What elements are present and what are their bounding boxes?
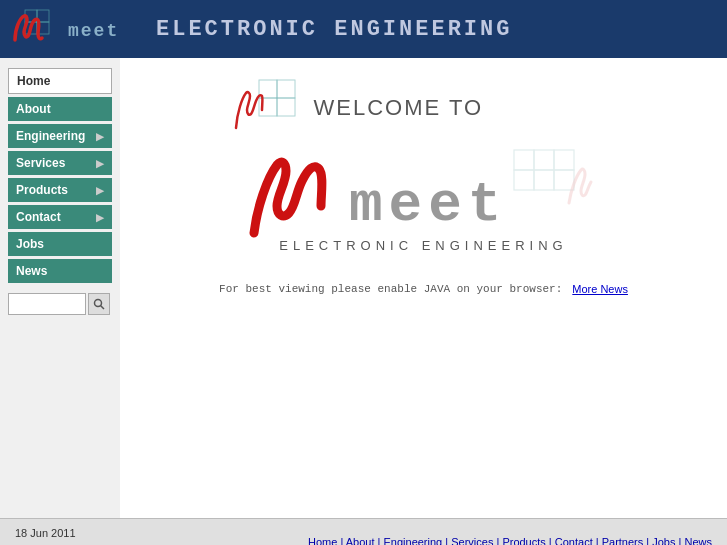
footer-link-about[interactable]: About (346, 536, 375, 546)
java-notice-text: For best viewing please enable JAVA on y… (219, 283, 562, 295)
search-input[interactable] (8, 293, 86, 315)
footer-link-engineering[interactable]: Engineering (384, 536, 443, 546)
footer-link-partners[interactable]: Partners (602, 536, 644, 546)
sidebar-item-jobs[interactable]: Jobs (8, 232, 112, 256)
footer-link-contact[interactable]: Contact (555, 536, 593, 546)
sidebar-item-label: Jobs (16, 237, 44, 251)
sidebar-item-services[interactable]: Services ▶ (8, 151, 112, 175)
sidebar: Home About Engineering ▶ Services ▶ Prod… (0, 58, 120, 518)
welcome-to-text: WELCOME TO (314, 95, 484, 121)
sidebar-item-label: Home (17, 74, 50, 88)
header: meet ELECTRONIC ENGINEERING (0, 0, 727, 58)
svg-rect-12 (534, 150, 554, 170)
sidebar-item-label: News (16, 264, 47, 278)
sidebar-item-news[interactable]: News (8, 259, 112, 283)
sidebar-item-label: About (16, 102, 51, 116)
sidebar-item-label: Products (16, 183, 68, 197)
footer-date: 18 Jun 2011 © MEET Ltd (15, 525, 76, 545)
footer-link-home[interactable]: Home (308, 536, 337, 546)
svg-rect-10 (277, 98, 295, 116)
svg-text:meet: meet (68, 21, 119, 41)
java-notice: For best viewing please enable JAVA on y… (219, 283, 628, 295)
arrow-icon: ▶ (96, 185, 104, 196)
sidebar-item-about[interactable]: About (8, 97, 112, 121)
arrow-icon: ▶ (96, 158, 104, 169)
svg-point-5 (95, 300, 102, 307)
search-button[interactable] (88, 293, 110, 315)
meet-text-large: meet (349, 168, 609, 228)
footer-date-line1: 18 Jun 2011 (15, 525, 76, 542)
header-title: ELECTRONIC ENGINEERING (156, 17, 512, 42)
sidebar-item-products[interactable]: Products ▶ (8, 178, 112, 202)
search-area (8, 293, 112, 315)
content-area: WELCOME TO (120, 58, 727, 518)
more-news-link[interactable]: More News (572, 283, 628, 295)
header-meet-text: meet (68, 16, 148, 42)
big-logo-row: meet (239, 143, 609, 243)
footer: 18 Jun 2011 © MEET Ltd Home | About | En… (0, 518, 727, 545)
sidebar-item-contact[interactable]: Contact ▶ (8, 205, 112, 229)
footer-copyright: © MEET Ltd (15, 542, 76, 546)
svg-rect-13 (554, 150, 574, 170)
footer-link-services[interactable]: Services (451, 536, 493, 546)
small-grid-logo (234, 78, 304, 138)
footer-link-products[interactable]: Products (502, 536, 545, 546)
sidebar-item-engineering[interactable]: Engineering ▶ (8, 124, 112, 148)
welcome-logo-container: WELCOME TO (234, 78, 614, 253)
footer-link-news[interactable]: News (684, 536, 712, 546)
sidebar-item-label: Services (16, 156, 65, 170)
search-icon (93, 298, 105, 310)
sidebar-item-label: Engineering (16, 129, 85, 143)
sidebar-item-label: Contact (16, 210, 61, 224)
header-logo-icon (10, 8, 60, 50)
sidebar-item-home[interactable]: Home (8, 68, 112, 94)
meet-brand-area: meet (349, 148, 609, 238)
svg-rect-8 (277, 80, 295, 98)
svg-rect-11 (514, 150, 534, 170)
footer-link-jobs[interactable]: Jobs (652, 536, 675, 546)
main-layout: Home About Engineering ▶ Services ▶ Prod… (0, 58, 727, 518)
svg-line-6 (101, 306, 105, 310)
svg-text:meet: meet (349, 173, 507, 228)
header-logo-area: meet ELECTRONIC ENGINEERING (10, 8, 512, 50)
footer-links: Home | About | Engineering | Services | … (308, 536, 712, 546)
big-red-swirl-icon (239, 143, 349, 243)
arrow-icon: ▶ (96, 212, 104, 223)
arrow-icon: ▶ (96, 131, 104, 142)
